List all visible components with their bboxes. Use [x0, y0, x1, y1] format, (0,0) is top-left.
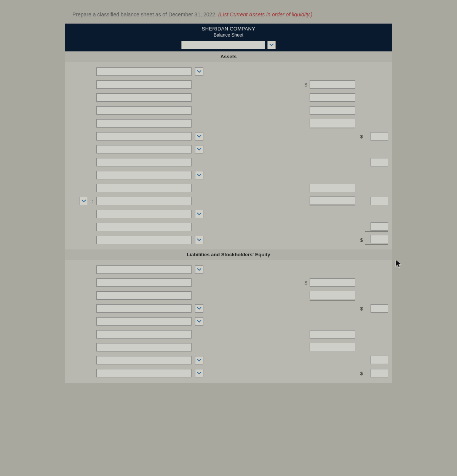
instruction-text: Prepare a classified balance sheet as of… [72, 11, 392, 18]
table-row: $ [69, 302, 388, 315]
chevron-down-icon [81, 200, 86, 203]
total-input[interactable] [371, 197, 388, 205]
line-label-input[interactable] [96, 265, 192, 274]
table-row: $ [69, 130, 388, 143]
line-dropdown[interactable] [195, 132, 203, 141]
line-label-input[interactable] [96, 158, 192, 166]
table-row: $ [69, 78, 388, 91]
chevron-down-icon [197, 212, 201, 216]
table-row: : [69, 195, 388, 208]
line-label-input[interactable] [96, 343, 192, 351]
line-label-input[interactable] [96, 80, 192, 89]
amount-input[interactable] [310, 278, 355, 287]
amount-input[interactable] [310, 184, 355, 192]
currency-symbol: $ [302, 280, 307, 286]
liabilities-equity-section-header: Liabilities and Stockholders' Equity [65, 249, 392, 260]
line-dropdown[interactable] [195, 145, 203, 153]
instruction-italic: (List Current Assets in order of liquidi… [218, 11, 312, 18]
line-label-input[interactable] [96, 369, 192, 377]
table-row [69, 104, 388, 117]
amount-input[interactable] [310, 343, 355, 351]
assets-rows: $ [65, 62, 392, 249]
line-dropdown[interactable] [195, 304, 203, 313]
chevron-down-icon [197, 148, 201, 151]
chevron-down-icon [197, 268, 201, 271]
table-row [69, 315, 388, 328]
chevron-down-icon [197, 135, 201, 138]
line-label-input[interactable] [96, 171, 192, 179]
document-type: Balance Sheet [65, 32, 392, 39]
amount-input[interactable] [310, 106, 355, 115]
table-row [69, 354, 388, 367]
line-label-input[interactable] [96, 132, 192, 141]
amount-input[interactable] [310, 291, 355, 299]
line-label-input[interactable] [96, 278, 192, 287]
table-row [69, 263, 388, 276]
line-dropdown[interactable] [195, 265, 203, 274]
table-row [69, 143, 388, 156]
colon-separator: : [90, 198, 94, 204]
total-input[interactable] [371, 158, 388, 166]
line-label-input[interactable] [96, 304, 192, 313]
table-row: $ [69, 276, 388, 289]
line-dropdown[interactable] [195, 171, 203, 179]
line-label-input[interactable] [96, 223, 192, 231]
total-input[interactable] [371, 304, 388, 313]
currency-symbol: $ [358, 371, 363, 376]
total-input[interactable] [371, 222, 388, 231]
amount-input[interactable] [310, 196, 355, 205]
table-row [69, 65, 388, 78]
table-row: $ [69, 367, 388, 380]
line-label-input[interactable] [96, 197, 192, 205]
table-row [69, 220, 388, 233]
line-label-input[interactable] [96, 119, 192, 128]
table-row [69, 208, 388, 220]
table-row [69, 328, 388, 341]
chevron-down-icon [197, 238, 201, 241]
total-input[interactable] [371, 356, 388, 364]
line-label-input[interactable] [96, 106, 192, 115]
amount-input[interactable] [310, 93, 355, 102]
line-label-input[interactable] [96, 356, 192, 364]
total-input[interactable] [371, 369, 388, 377]
amount-input[interactable] [310, 330, 355, 339]
chevron-down-icon [197, 174, 201, 177]
line-dropdown[interactable] [195, 356, 203, 364]
date-dropdown[interactable] [267, 41, 276, 49]
line-label-input[interactable] [96, 317, 192, 326]
amount-input[interactable] [310, 80, 355, 89]
line-label-input[interactable] [96, 291, 192, 300]
line-label-input[interactable] [96, 184, 192, 192]
table-row [69, 156, 388, 169]
total-input[interactable] [371, 235, 388, 243]
line-lead-dropdown[interactable] [80, 197, 88, 205]
line-dropdown[interactable] [195, 210, 203, 218]
date-input[interactable] [181, 41, 265, 49]
chevron-down-icon [197, 320, 201, 323]
total-input[interactable] [371, 132, 388, 141]
line-label-input[interactable] [96, 330, 192, 339]
currency-symbol: $ [302, 82, 307, 88]
line-label-input[interactable] [96, 145, 192, 153]
line-dropdown[interactable] [195, 236, 203, 244]
balance-sheet: SHERIDAN COMPANY Balance Sheet Assets $ [65, 23, 392, 383]
line-label-input[interactable] [96, 236, 192, 244]
amount-input[interactable] [310, 119, 355, 127]
chevron-down-icon [269, 43, 274, 46]
table-row [69, 91, 388, 104]
table-row: $ [69, 233, 388, 246]
chevron-down-icon [197, 307, 201, 310]
line-dropdown[interactable] [195, 67, 203, 76]
line-dropdown[interactable] [195, 369, 203, 377]
currency-symbol: $ [358, 306, 363, 311]
currency-symbol: $ [358, 134, 363, 139]
line-dropdown[interactable] [195, 317, 203, 326]
line-label-input[interactable] [96, 210, 192, 218]
company-name: SHERIDAN COMPANY [65, 26, 392, 32]
sheet-header: SHERIDAN COMPANY Balance Sheet [65, 24, 392, 40]
chevron-down-icon [197, 70, 201, 73]
table-row [69, 169, 388, 182]
line-label-input[interactable] [96, 93, 192, 102]
line-label-input[interactable] [96, 67, 192, 76]
header-date-row [65, 40, 392, 51]
